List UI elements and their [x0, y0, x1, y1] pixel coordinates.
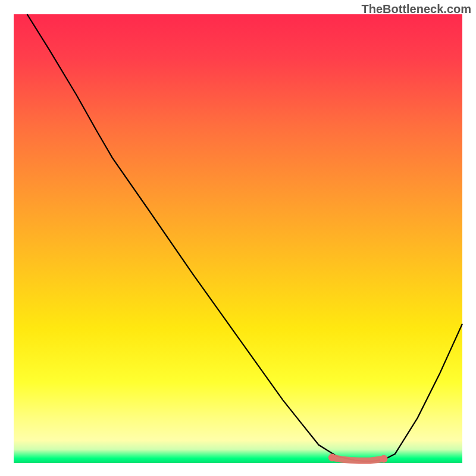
chart-container: TheBottleneck.com — [0, 0, 476, 476]
optimal-marker-dot — [328, 454, 336, 462]
optimal-zone-markers — [332, 458, 384, 461]
watermark-text: TheBottleneck.com — [362, 2, 471, 16]
chart-svg — [0, 0, 476, 476]
main-curve — [27, 14, 462, 461]
optimal-marker-dot — [380, 455, 388, 463]
